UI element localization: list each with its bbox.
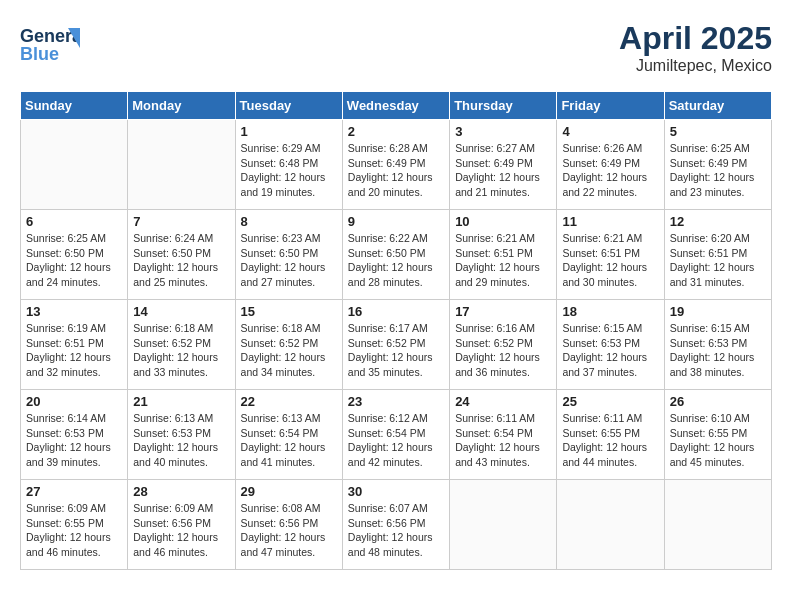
day-number: 21 bbox=[133, 394, 229, 409]
day-detail: Sunrise: 6:18 AMSunset: 6:52 PMDaylight:… bbox=[133, 321, 229, 380]
calendar-week-row: 20Sunrise: 6:14 AMSunset: 6:53 PMDayligh… bbox=[21, 390, 772, 480]
logo: General Blue bbox=[20, 20, 80, 64]
day-number: 26 bbox=[670, 394, 766, 409]
calendar-cell: 14Sunrise: 6:18 AMSunset: 6:52 PMDayligh… bbox=[128, 300, 235, 390]
calendar-cell: 19Sunrise: 6:15 AMSunset: 6:53 PMDayligh… bbox=[664, 300, 771, 390]
weekday-header-monday: Monday bbox=[128, 92, 235, 120]
day-number: 13 bbox=[26, 304, 122, 319]
day-number: 28 bbox=[133, 484, 229, 499]
day-number: 29 bbox=[241, 484, 337, 499]
calendar-cell: 3Sunrise: 6:27 AMSunset: 6:49 PMDaylight… bbox=[450, 120, 557, 210]
day-detail: Sunrise: 6:28 AMSunset: 6:49 PMDaylight:… bbox=[348, 141, 444, 200]
calendar-cell: 22Sunrise: 6:13 AMSunset: 6:54 PMDayligh… bbox=[235, 390, 342, 480]
day-detail: Sunrise: 6:14 AMSunset: 6:53 PMDaylight:… bbox=[26, 411, 122, 470]
day-detail: Sunrise: 6:20 AMSunset: 6:51 PMDaylight:… bbox=[670, 231, 766, 290]
day-detail: Sunrise: 6:22 AMSunset: 6:50 PMDaylight:… bbox=[348, 231, 444, 290]
day-detail: Sunrise: 6:29 AMSunset: 6:48 PMDaylight:… bbox=[241, 141, 337, 200]
calendar-cell bbox=[21, 120, 128, 210]
day-number: 3 bbox=[455, 124, 551, 139]
weekday-header-saturday: Saturday bbox=[664, 92, 771, 120]
day-number: 24 bbox=[455, 394, 551, 409]
day-number: 1 bbox=[241, 124, 337, 139]
calendar-cell: 23Sunrise: 6:12 AMSunset: 6:54 PMDayligh… bbox=[342, 390, 449, 480]
day-detail: Sunrise: 6:09 AMSunset: 6:55 PMDaylight:… bbox=[26, 501, 122, 560]
calendar-cell: 18Sunrise: 6:15 AMSunset: 6:53 PMDayligh… bbox=[557, 300, 664, 390]
day-detail: Sunrise: 6:16 AMSunset: 6:52 PMDaylight:… bbox=[455, 321, 551, 380]
day-detail: Sunrise: 6:21 AMSunset: 6:51 PMDaylight:… bbox=[455, 231, 551, 290]
day-detail: Sunrise: 6:23 AMSunset: 6:50 PMDaylight:… bbox=[241, 231, 337, 290]
calendar-cell: 27Sunrise: 6:09 AMSunset: 6:55 PMDayligh… bbox=[21, 480, 128, 570]
day-detail: Sunrise: 6:27 AMSunset: 6:49 PMDaylight:… bbox=[455, 141, 551, 200]
day-number: 9 bbox=[348, 214, 444, 229]
calendar-cell: 28Sunrise: 6:09 AMSunset: 6:56 PMDayligh… bbox=[128, 480, 235, 570]
day-number: 10 bbox=[455, 214, 551, 229]
day-number: 19 bbox=[670, 304, 766, 319]
day-number: 16 bbox=[348, 304, 444, 319]
day-number: 20 bbox=[26, 394, 122, 409]
title-block: April 2025 Jumiltepec, Mexico bbox=[619, 20, 772, 75]
calendar-cell: 29Sunrise: 6:08 AMSunset: 6:56 PMDayligh… bbox=[235, 480, 342, 570]
day-number: 15 bbox=[241, 304, 337, 319]
calendar-cell bbox=[128, 120, 235, 210]
weekday-header-thursday: Thursday bbox=[450, 92, 557, 120]
calendar-cell: 12Sunrise: 6:20 AMSunset: 6:51 PMDayligh… bbox=[664, 210, 771, 300]
calendar-cell: 2Sunrise: 6:28 AMSunset: 6:49 PMDaylight… bbox=[342, 120, 449, 210]
weekday-header-sunday: Sunday bbox=[21, 92, 128, 120]
day-number: 22 bbox=[241, 394, 337, 409]
calendar-week-row: 1Sunrise: 6:29 AMSunset: 6:48 PMDaylight… bbox=[21, 120, 772, 210]
calendar-week-row: 6Sunrise: 6:25 AMSunset: 6:50 PMDaylight… bbox=[21, 210, 772, 300]
day-detail: Sunrise: 6:11 AMSunset: 6:54 PMDaylight:… bbox=[455, 411, 551, 470]
day-number: 30 bbox=[348, 484, 444, 499]
day-detail: Sunrise: 6:19 AMSunset: 6:51 PMDaylight:… bbox=[26, 321, 122, 380]
day-detail: Sunrise: 6:13 AMSunset: 6:53 PMDaylight:… bbox=[133, 411, 229, 470]
calendar-cell: 8Sunrise: 6:23 AMSunset: 6:50 PMDaylight… bbox=[235, 210, 342, 300]
calendar-table: SundayMondayTuesdayWednesdayThursdayFrid… bbox=[20, 91, 772, 570]
day-number: 8 bbox=[241, 214, 337, 229]
day-number: 7 bbox=[133, 214, 229, 229]
day-detail: Sunrise: 6:21 AMSunset: 6:51 PMDaylight:… bbox=[562, 231, 658, 290]
weekday-header-friday: Friday bbox=[557, 92, 664, 120]
calendar-week-row: 13Sunrise: 6:19 AMSunset: 6:51 PMDayligh… bbox=[21, 300, 772, 390]
svg-text:Blue: Blue bbox=[20, 44, 59, 64]
calendar-cell: 30Sunrise: 6:07 AMSunset: 6:56 PMDayligh… bbox=[342, 480, 449, 570]
day-detail: Sunrise: 6:10 AMSunset: 6:55 PMDaylight:… bbox=[670, 411, 766, 470]
day-number: 18 bbox=[562, 304, 658, 319]
weekday-header-row: SundayMondayTuesdayWednesdayThursdayFrid… bbox=[21, 92, 772, 120]
weekday-header-wednesday: Wednesday bbox=[342, 92, 449, 120]
page-title: April 2025 bbox=[619, 20, 772, 57]
calendar-cell bbox=[557, 480, 664, 570]
day-detail: Sunrise: 6:25 AMSunset: 6:50 PMDaylight:… bbox=[26, 231, 122, 290]
calendar-cell: 6Sunrise: 6:25 AMSunset: 6:50 PMDaylight… bbox=[21, 210, 128, 300]
calendar-cell: 4Sunrise: 6:26 AMSunset: 6:49 PMDaylight… bbox=[557, 120, 664, 210]
day-number: 11 bbox=[562, 214, 658, 229]
calendar-cell: 11Sunrise: 6:21 AMSunset: 6:51 PMDayligh… bbox=[557, 210, 664, 300]
calendar-cell: 25Sunrise: 6:11 AMSunset: 6:55 PMDayligh… bbox=[557, 390, 664, 480]
day-detail: Sunrise: 6:17 AMSunset: 6:52 PMDaylight:… bbox=[348, 321, 444, 380]
day-number: 5 bbox=[670, 124, 766, 139]
calendar-cell: 1Sunrise: 6:29 AMSunset: 6:48 PMDaylight… bbox=[235, 120, 342, 210]
calendar-cell: 5Sunrise: 6:25 AMSunset: 6:49 PMDaylight… bbox=[664, 120, 771, 210]
day-detail: Sunrise: 6:24 AMSunset: 6:50 PMDaylight:… bbox=[133, 231, 229, 290]
day-detail: Sunrise: 6:25 AMSunset: 6:49 PMDaylight:… bbox=[670, 141, 766, 200]
calendar-cell: 24Sunrise: 6:11 AMSunset: 6:54 PMDayligh… bbox=[450, 390, 557, 480]
day-detail: Sunrise: 6:15 AMSunset: 6:53 PMDaylight:… bbox=[562, 321, 658, 380]
day-detail: Sunrise: 6:08 AMSunset: 6:56 PMDaylight:… bbox=[241, 501, 337, 560]
day-number: 14 bbox=[133, 304, 229, 319]
calendar-cell: 20Sunrise: 6:14 AMSunset: 6:53 PMDayligh… bbox=[21, 390, 128, 480]
day-number: 4 bbox=[562, 124, 658, 139]
day-number: 6 bbox=[26, 214, 122, 229]
calendar-cell: 21Sunrise: 6:13 AMSunset: 6:53 PMDayligh… bbox=[128, 390, 235, 480]
day-detail: Sunrise: 6:13 AMSunset: 6:54 PMDaylight:… bbox=[241, 411, 337, 470]
page-subtitle: Jumiltepec, Mexico bbox=[619, 57, 772, 75]
calendar-cell bbox=[450, 480, 557, 570]
day-detail: Sunrise: 6:09 AMSunset: 6:56 PMDaylight:… bbox=[133, 501, 229, 560]
day-number: 23 bbox=[348, 394, 444, 409]
day-number: 17 bbox=[455, 304, 551, 319]
day-number: 12 bbox=[670, 214, 766, 229]
calendar-cell: 16Sunrise: 6:17 AMSunset: 6:52 PMDayligh… bbox=[342, 300, 449, 390]
day-number: 2 bbox=[348, 124, 444, 139]
day-detail: Sunrise: 6:18 AMSunset: 6:52 PMDaylight:… bbox=[241, 321, 337, 380]
calendar-cell: 10Sunrise: 6:21 AMSunset: 6:51 PMDayligh… bbox=[450, 210, 557, 300]
calendar-cell: 26Sunrise: 6:10 AMSunset: 6:55 PMDayligh… bbox=[664, 390, 771, 480]
weekday-header-tuesday: Tuesday bbox=[235, 92, 342, 120]
